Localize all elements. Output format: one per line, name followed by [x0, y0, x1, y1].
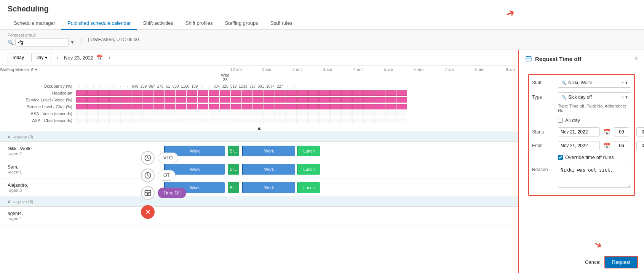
- metric-cell-empty: [142, 118, 153, 123]
- timeoff-button[interactable]: Time Off: [158, 188, 186, 198]
- tab-staffing-groups[interactable]: Staffing groups: [219, 17, 264, 30]
- tab-shift-profiles[interactable]: Shift profiles: [179, 17, 219, 30]
- tab-staff-rules[interactable]: Staff rules: [264, 17, 299, 30]
- metric-cell-empty: [120, 118, 131, 123]
- starts-hour-input[interactable]: [614, 127, 629, 136]
- group-2-collapse[interactable]: ∧: [8, 199, 11, 204]
- cancel-button[interactable]: Cancel: [585, 259, 600, 265]
- prev-arrow[interactable]: ‹: [54, 54, 61, 61]
- time-slot-3: 3 am: [312, 67, 343, 72]
- time-slots-header: 12 am 1 am 2 am 3 am 4 am 5 am 6 am 7 am…: [76, 67, 518, 72]
- tab-published-schedule[interactable]: Published schedule calendar: [61, 17, 137, 30]
- metric-cell: [308, 104, 319, 109]
- metric-cell: [120, 90, 131, 96]
- shift-work-2: Work: [242, 146, 295, 156]
- metric-cell: [76, 97, 87, 103]
- metric-cell: [231, 90, 241, 96]
- metric-cell: [209, 97, 219, 103]
- svg-point-3: [147, 193, 148, 194]
- agent-info-nikki: Nikki, Wolfe -agent2: [0, 145, 141, 157]
- tab-shift-activities[interactable]: Shift activities: [137, 17, 179, 30]
- metric-cell-empty: [76, 118, 87, 123]
- metric-cell-empty: [264, 111, 275, 116]
- metric-cell-empty: [176, 111, 186, 116]
- calendar-icon[interactable]: 📅: [96, 55, 103, 61]
- group-header-sg-eve[interactable]: ∧ -sg-eve (3): [0, 197, 518, 207]
- metric-cell: [153, 90, 164, 96]
- metric-cell-empty: [87, 111, 98, 116]
- staff-form-row: Staff 🔍 Nikki, Wolfe × ▾: [532, 78, 631, 88]
- metric-cell: [131, 97, 142, 103]
- ends-hour-input[interactable]: [614, 141, 629, 150]
- ends-calendar-btn[interactable]: 📅: [603, 142, 611, 149]
- timeoff-icon-btn[interactable]: [141, 186, 155, 200]
- reason-textarea[interactable]: Nikki was out sick.: [558, 165, 631, 188]
- metric-cell: [187, 90, 197, 96]
- metric-cell: [76, 90, 87, 96]
- type-field: 🔍 Sick day off × ▾ Type: Time off, Paid:…: [558, 92, 631, 113]
- metric-cell: [220, 97, 230, 103]
- metric-cell: [87, 90, 98, 96]
- allday-row: All day: [532, 117, 631, 123]
- vto-button[interactable]: VTO: [158, 153, 178, 163]
- metric-cell: [187, 97, 197, 103]
- panel-title: Request Time off: [535, 56, 631, 62]
- view-selector[interactable]: Day ▾: [31, 53, 51, 62]
- metric-cell: [98, 97, 109, 103]
- metric-cell-empty: [76, 111, 87, 116]
- type-select[interactable]: 🔍 Sick day off × ▾: [558, 92, 631, 102]
- metric-cell: [209, 104, 219, 109]
- tab-schedule-manager[interactable]: Schedule manager: [8, 17, 61, 30]
- ends-min-input[interactable]: [636, 141, 644, 150]
- metric-cell-empty: [220, 118, 230, 123]
- metric-cell-empty: [253, 118, 264, 123]
- red-border-form: Staff 🔍 Nikki, Wolfe × ▾ Type: [528, 74, 635, 196]
- metric-cell-empty: [153, 111, 164, 116]
- shift-break-sam: Br...: [228, 164, 239, 175]
- panel-close-button[interactable]: ×: [634, 55, 638, 62]
- today-button[interactable]: Today: [8, 53, 28, 62]
- metric-cell: [341, 90, 352, 96]
- starts-date-input[interactable]: [558, 127, 600, 136]
- staff-clear[interactable]: ×: [621, 80, 624, 85]
- close-action-btn[interactable]: ✕: [141, 205, 155, 219]
- metric-cell: [385, 104, 396, 109]
- metric-cell: [253, 97, 264, 103]
- group-collapse-btn[interactable]: ∧: [8, 134, 11, 139]
- ot-button[interactable]: OT: [158, 170, 176, 181]
- forecast-input[interactable]: [15, 38, 69, 47]
- calendar-controls: Today Day ▾ ‹ Nov 23, 2022 📅 ›: [0, 50, 518, 66]
- type-info: Type: Time off, Paid: No, Adherence: No: [558, 104, 631, 113]
- request-button[interactable]: Request: [604, 256, 638, 268]
- vto-icon-btn[interactable]: [141, 151, 155, 165]
- staff-select[interactable]: 🔍 Nikki, Wolfe × ▾: [558, 78, 631, 88]
- metrics-collapse[interactable]: ▲: [0, 124, 518, 132]
- metric-cell: [142, 97, 153, 103]
- metric-cell: [153, 104, 164, 109]
- time-slot-4: 4 am: [343, 67, 373, 72]
- next-arrow[interactable]: ›: [106, 54, 112, 61]
- group-header-sg-day[interactable]: ∧ -sg-day (3): [0, 132, 518, 142]
- agent-schedule-alejandro: Work Br... Work Lunch: [141, 178, 518, 196]
- vto-row: VTO: [141, 151, 186, 165]
- type-clear[interactable]: ×: [621, 95, 624, 100]
- metric-cell: [242, 97, 252, 103]
- app-title: Scheduling: [8, 5, 636, 13]
- ends-date-input[interactable]: [558, 141, 600, 150]
- allday-checkbox[interactable]: [558, 118, 563, 123]
- starts-min-input[interactable]: [636, 127, 644, 136]
- metric-cell: [374, 104, 385, 109]
- ot-icon-btn[interactable]: [141, 169, 155, 182]
- metric-cell: [319, 97, 330, 103]
- type-form-row: Type 🔍 Sick day off × ▾ Type: Time off, …: [532, 92, 631, 113]
- metric-cell: [253, 104, 264, 109]
- metric-row-occupancy: Occupancy (%) --------848239867276515001…: [0, 83, 518, 90]
- starts-calendar-btn[interactable]: 📅: [603, 128, 611, 136]
- override-checkbox[interactable]: [558, 155, 563, 160]
- metric-cell-empty: [352, 111, 363, 116]
- metric-cell: [396, 90, 407, 96]
- staff-arrow[interactable]: ▾: [625, 80, 628, 85]
- type-arrow[interactable]: ▾: [625, 95, 628, 100]
- agent-schedule-nikki: Work Br... Work Lunch: [141, 142, 518, 160]
- override-label: Override time off rules: [565, 154, 614, 160]
